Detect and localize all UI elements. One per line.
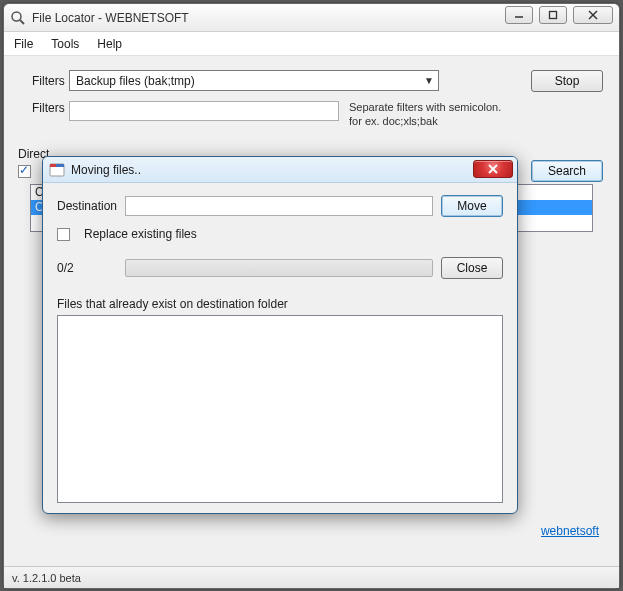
progress-bar [125,259,433,277]
form-icon [49,162,65,178]
destination-label: Destination [57,199,117,213]
menu-file[interactable]: File [14,37,33,51]
maximize-button[interactable] [539,6,567,24]
close-button-dialog[interactable]: Close [441,257,503,279]
replace-checkbox[interactable] [57,228,70,241]
svg-rect-3 [550,12,557,19]
dialog-title: Moving files.. [71,163,141,177]
progress-text: 0/2 [57,261,117,275]
webnetsoft-link[interactable]: webnetsoft [541,524,599,538]
chevron-down-icon: ▼ [424,75,434,86]
filters-combo[interactable]: Backup files (bak;tmp) ▼ [69,70,439,91]
app-icon [10,10,26,26]
replace-label: Replace existing files [84,227,197,241]
dialog-close-button[interactable] [473,160,513,178]
svg-rect-8 [56,164,64,167]
destination-input[interactable] [125,196,433,216]
svg-point-0 [12,12,21,21]
filters-text-label: Filters [14,101,69,115]
filters-hint-line2: for ex. doc;xls;bak [349,115,501,129]
filters-text-input[interactable] [69,101,339,121]
menu-tools[interactable]: Tools [51,37,79,51]
menu-help[interactable]: Help [97,37,122,51]
existing-files-listbox[interactable] [57,315,503,503]
moving-files-dialog: Moving files.. Destination Move Replace … [42,156,518,514]
stop-button[interactable]: Stop [531,70,603,92]
svg-line-1 [20,20,24,24]
search-button[interactable]: Search [531,160,603,182]
version-label: v. 1.2.1.0 beta [12,572,81,584]
filters-combo-value: Backup files (bak;tmp) [76,74,195,88]
menubar: File Tools Help [4,32,619,56]
titlebar: File Locator - WEBNETSOFT [4,4,619,32]
close-button[interactable] [573,6,613,24]
filters-hint: Separate filters with semicolon. for ex.… [349,101,501,129]
exist-label: Files that already exist on destination … [57,297,503,311]
window-title: File Locator - WEBNETSOFT [32,11,189,25]
move-button[interactable]: Move [441,195,503,217]
dialog-titlebar: Moving files.. [43,157,517,183]
recursive-checkbox[interactable] [18,165,31,178]
minimize-button[interactable] [505,6,533,24]
filters-combo-label: Filters [14,74,69,88]
filters-hint-line1: Separate filters with semicolon. [349,101,501,115]
window-buttons [505,6,613,24]
statusbar: v. 1.2.1.0 beta [4,566,619,588]
